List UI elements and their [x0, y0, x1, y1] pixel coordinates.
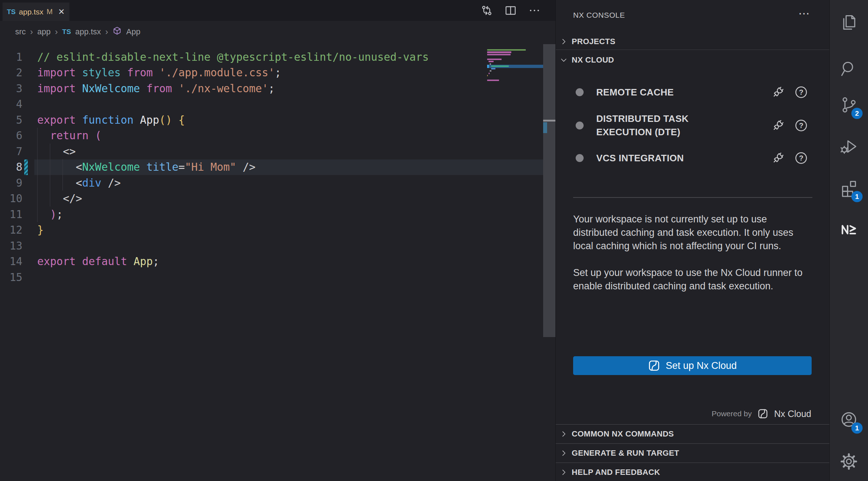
- code-line[interactable]: 9 <div />: [0, 175, 543, 191]
- code-text[interactable]: );: [34, 207, 543, 222]
- line-number[interactable]: 1: [0, 51, 22, 63]
- section-projects[interactable]: PROJECTS: [556, 33, 829, 50]
- feature-actions: ?: [771, 85, 808, 99]
- code-line[interactable]: 12}: [0, 222, 543, 238]
- settings-gear-icon[interactable]: [839, 452, 858, 471]
- code-line[interactable]: 6 return (: [0, 128, 543, 144]
- panel-header: NX CONSOLE ⋯: [556, 0, 829, 33]
- line-number[interactable]: 3: [0, 82, 22, 95]
- divider: [573, 197, 812, 198]
- nx-console-icon[interactable]: [839, 220, 858, 239]
- code-line[interactable]: 8 <NxWelcome title="Hi Mom" />: [0, 159, 543, 175]
- line-number[interactable]: 8: [0, 161, 22, 173]
- extensions-icon[interactable]: 1: [839, 179, 858, 197]
- collapsed-sections: COMMON NX COMMANDS GENERATE & RUN TARGET…: [556, 424, 829, 481]
- modified-badge: M: [47, 8, 53, 16]
- code-line[interactable]: 15: [0, 269, 543, 285]
- scrollbar[interactable]: [543, 44, 555, 337]
- search-icon[interactable]: [839, 59, 858, 78]
- connect-plug-icon[interactable]: [771, 118, 785, 133]
- close-tab-icon[interactable]: ✕: [58, 7, 65, 17]
- help-question-icon[interactable]: ?: [794, 85, 808, 99]
- breadcrumb: src › app › TS app.tsx › App: [15, 22, 140, 42]
- minimap-line: [487, 75, 488, 76]
- typescript-file-icon: TS: [62, 28, 71, 36]
- code-line[interactable]: 7 <>: [0, 144, 543, 159]
- code-text[interactable]: </>: [34, 191, 543, 207]
- powered-by: Powered by Nx Cloud: [712, 406, 811, 422]
- setup-nx-cloud-button[interactable]: Set up Nx Cloud: [573, 356, 812, 375]
- split-editor-icon[interactable]: [504, 4, 517, 17]
- line-number[interactable]: 7: [0, 145, 22, 158]
- panel-more-actions-icon[interactable]: ⋯: [798, 7, 811, 20]
- code-line[interactable]: 14export default App;: [0, 254, 543, 270]
- line-number[interactable]: 9: [0, 177, 22, 189]
- explorer-icon[interactable]: [839, 13, 858, 32]
- code-line[interactable]: 2import styles from './app.module.css';: [0, 65, 543, 81]
- code-text[interactable]: return (: [34, 128, 543, 144]
- collapsed-section-row[interactable]: HELP AND FEEDBACK: [556, 463, 829, 481]
- line-number[interactable]: 14: [0, 255, 22, 268]
- code-line[interactable]: 3import NxWelcome from './nx-welcome';: [0, 81, 543, 97]
- code-text[interactable]: <NxWelcome title="Hi Mom" />: [34, 159, 543, 175]
- overview-cursor-mark: [543, 120, 555, 122]
- collapsed-section-row[interactable]: GENERATE & RUN TARGET: [556, 443, 829, 463]
- breadcrumb-item-app[interactable]: app: [37, 27, 51, 37]
- code-text[interactable]: // eslint-disable-next-line @typescript-…: [34, 49, 543, 65]
- code-line[interactable]: 13: [0, 238, 543, 254]
- accounts-icon[interactable]: 1: [839, 410, 858, 429]
- code-line[interactable]: 1// eslint-disable-next-line @typescript…: [0, 49, 543, 65]
- code-text[interactable]: [34, 97, 543, 112]
- help-question-icon[interactable]: ?: [794, 151, 808, 165]
- more-actions-icon[interactable]: [528, 4, 541, 17]
- code-editor[interactable]: 1// eslint-disable-next-line @typescript…: [0, 49, 543, 285]
- feature-actions: ?: [771, 118, 808, 133]
- collapsed-section-row[interactable]: COMMON NX COMMANDS: [556, 424, 829, 443]
- run-debug-icon[interactable]: [839, 137, 858, 156]
- code-line[interactable]: 10 </>: [0, 191, 543, 207]
- connect-plug-icon[interactable]: [771, 151, 785, 165]
- open-changes-icon[interactable]: [480, 4, 493, 17]
- code-text[interactable]: [34, 238, 543, 254]
- source-control-icon[interactable]: 2: [839, 95, 858, 114]
- breadcrumb-item-file[interactable]: app.tsx: [75, 27, 101, 37]
- breadcrumb-item-src[interactable]: src: [15, 27, 26, 37]
- line-number[interactable]: 13: [0, 240, 22, 252]
- code-text[interactable]: import styles from './app.module.css';: [34, 65, 543, 81]
- code-text[interactable]: export default App;: [34, 254, 543, 270]
- line-number[interactable]: 6: [0, 129, 22, 142]
- nx-console-panel: NX CONSOLE ⋯ PROJECTS NX CLOUD REMOTE CA…: [555, 0, 829, 481]
- code-text[interactable]: export function App() {: [34, 112, 543, 128]
- feature-actions: ?: [771, 151, 808, 165]
- breadcrumb-item-symbol[interactable]: App: [126, 27, 140, 37]
- minimap[interactable]: [487, 49, 543, 136]
- code-text[interactable]: <>: [34, 144, 543, 159]
- minimap-modified-mark: [487, 65, 489, 68]
- code-line[interactable]: 5export function App() {: [0, 112, 543, 128]
- minimap-line: [490, 70, 491, 72]
- powered-by-brand: Nx Cloud: [774, 409, 811, 419]
- code-text[interactable]: [34, 269, 543, 285]
- minimap-line: [487, 51, 511, 53]
- overview-modified-mark: [543, 122, 547, 133]
- line-number[interactable]: 12: [0, 224, 22, 236]
- code-text[interactable]: }: [34, 222, 543, 238]
- typescript-file-icon: TS: [7, 8, 16, 16]
- code-line[interactable]: 11 );: [0, 207, 543, 222]
- section-label: GENERATE & RUN TARGET: [572, 448, 679, 458]
- nx-cloud-feature-row: DISTRIBUTED TASK EXECUTION (DTE) ?: [556, 110, 829, 141]
- help-question-icon[interactable]: ?: [794, 118, 808, 133]
- code-line[interactable]: 4: [0, 97, 543, 112]
- line-number[interactable]: 4: [0, 98, 22, 110]
- connect-plug-icon[interactable]: [771, 85, 785, 99]
- section-label: NX CLOUD: [572, 55, 614, 65]
- code-text[interactable]: import NxWelcome from './nx-welcome';: [34, 81, 543, 97]
- line-number[interactable]: 10: [0, 192, 22, 205]
- line-number[interactable]: 15: [0, 271, 22, 284]
- section-nx-cloud[interactable]: NX CLOUD: [556, 50, 829, 69]
- line-number[interactable]: 2: [0, 67, 22, 79]
- line-number[interactable]: 11: [0, 208, 22, 221]
- tab-app-tsx[interactable]: TS app.tsx M ✕: [3, 3, 69, 21]
- line-number[interactable]: 5: [0, 114, 22, 126]
- code-text[interactable]: <div />: [34, 175, 543, 191]
